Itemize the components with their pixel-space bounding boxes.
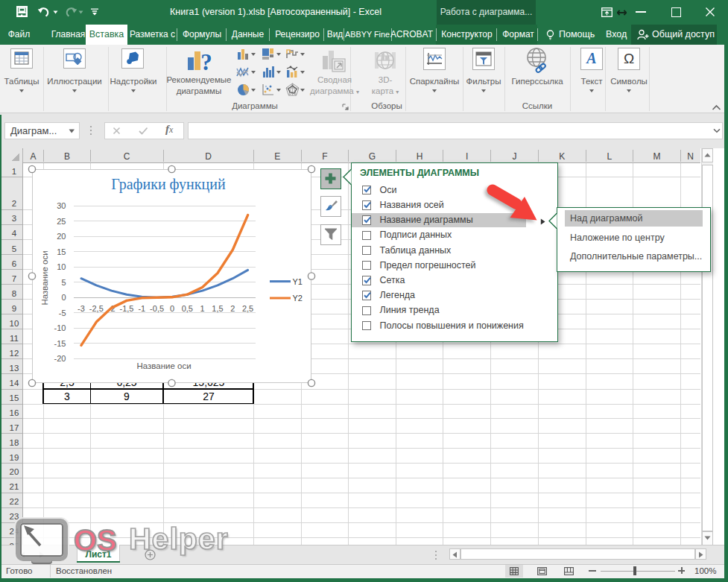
svg-text:15: 15 [57, 247, 66, 256]
svg-text:0: 0 [61, 293, 66, 302]
svg-text:20: 20 [57, 232, 66, 241]
svg-text:Графики функций: Графики функций [111, 176, 226, 193]
svg-text:-10: -10 [54, 323, 66, 332]
svg-text:Название оси: Название оси [136, 361, 191, 370]
svg-text:-15: -15 [54, 339, 66, 348]
svg-text:19: 19 [10, 453, 19, 462]
svg-text:Название оси: Название оси [40, 250, 49, 305]
svg-text:H: H [417, 151, 423, 162]
svg-text:-0,5: -0,5 [150, 304, 164, 313]
svg-text:N: N [687, 151, 694, 162]
svg-text:5: 5 [61, 278, 66, 287]
svg-text:I: I [466, 151, 468, 162]
svg-text:M: M [653, 151, 661, 162]
svg-text:10: 10 [57, 262, 66, 271]
svg-text:0: 0 [170, 304, 174, 313]
svg-text:-20: -20 [54, 354, 66, 363]
svg-text:-2,5: -2,5 [89, 304, 104, 313]
svg-text:18: 18 [10, 438, 19, 447]
svg-text:25: 25 [57, 217, 66, 226]
svg-text:L: L [607, 151, 613, 162]
svg-text:1: 1 [200, 304, 205, 313]
svg-text:-1,5: -1,5 [120, 304, 134, 313]
svg-text:21: 21 [10, 482, 19, 491]
svg-text:2,5: 2,5 [242, 304, 253, 313]
svg-text:30: 30 [57, 201, 66, 210]
svg-text:?: ? [200, 49, 212, 75]
svg-text:2: 2 [230, 304, 235, 313]
svg-text:22: 22 [10, 497, 19, 506]
svg-text:-3: -3 [77, 304, 85, 313]
svg-text:J: J [512, 151, 516, 162]
svg-text:1,5: 1,5 [212, 304, 223, 313]
svg-text:20: 20 [10, 467, 19, 476]
svg-text:-1: -1 [138, 304, 145, 313]
svg-text:Y2: Y2 [293, 294, 303, 303]
svg-text:17: 17 [10, 423, 19, 432]
svg-text:K: K [559, 151, 565, 162]
svg-text:-5: -5 [59, 309, 66, 317]
svg-text:0,5: 0,5 [182, 304, 193, 313]
svg-text:Y1: Y1 [293, 277, 303, 286]
